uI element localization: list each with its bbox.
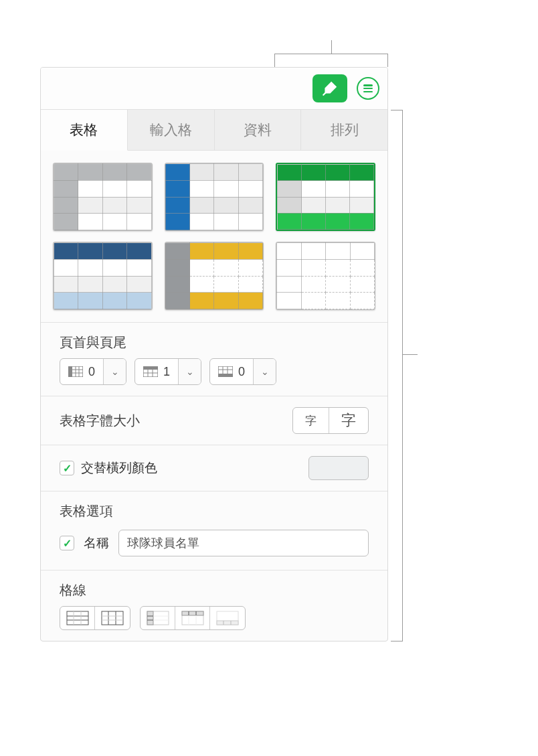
table-style-blue-column[interactable]	[165, 163, 264, 231]
header-columns-stepper[interactable]: 0 ⌄	[60, 358, 126, 385]
table-name-label: 名稱	[84, 534, 109, 552]
table-style-green[interactable]	[276, 163, 375, 231]
tab-cell[interactable]: 輸入格	[128, 110, 215, 150]
svg-rect-21	[102, 611, 123, 625]
callout-side-bracket	[391, 67, 418, 641]
headers-footers-section: 頁首與頁尾 0 ⌄	[41, 322, 387, 396]
chevron-down-icon: ⌄	[261, 366, 269, 377]
gridlines-body-segmented	[60, 606, 130, 630]
alternating-rows-checkbox[interactable]: ✓	[60, 461, 74, 475]
gridlines-horizontal-button[interactable]	[60, 607, 95, 629]
gridlines-section: 格線	[41, 570, 387, 634]
table-styles-grid	[53, 163, 375, 310]
tab-data[interactable]: 資料	[215, 110, 302, 150]
table-style-yellow[interactable]	[165, 242, 264, 310]
alternating-color-well[interactable]	[308, 456, 369, 480]
font-size-smaller-button[interactable]: 字	[293, 408, 329, 433]
tab-arrange[interactable]: 排列	[301, 110, 387, 150]
svg-rect-27	[147, 611, 153, 625]
table-style-gray[interactable]	[53, 163, 153, 231]
header-rows-icon	[143, 366, 158, 377]
font-size-segmented: 字 字	[292, 407, 369, 434]
svg-rect-33	[182, 611, 203, 615]
header-columns-icon	[68, 366, 83, 377]
organize-button[interactable]	[357, 77, 379, 100]
chevron-down-icon: ⌄	[186, 366, 194, 377]
header-columns-dropdown[interactable]: ⌄	[103, 359, 126, 384]
footer-rows-stepper[interactable]: 0 ⌄	[209, 358, 276, 385]
gridlines-header-horizontal-button[interactable]	[141, 607, 175, 629]
gridlines-header-v-icon	[181, 611, 204, 625]
svg-rect-7	[143, 366, 158, 370]
font-size-larger-button[interactable]: 字	[329, 408, 368, 433]
footer-rows-dropdown[interactable]: ⌄	[253, 359, 276, 384]
tab-table[interactable]: 表格	[41, 110, 128, 151]
paintbrush-icon	[321, 80, 339, 97]
table-name-input[interactable]	[118, 530, 369, 556]
gridlines-header-h-icon	[147, 611, 169, 625]
header-rows-stepper[interactable]: 1 ⌄	[134, 358, 201, 385]
gridlines-header-segmented	[140, 606, 246, 630]
table-name-checkbox[interactable]: ✓	[60, 536, 74, 550]
svg-rect-1	[68, 366, 72, 377]
gridlines-header-vertical-button[interactable]	[175, 607, 210, 629]
header-rows-dropdown[interactable]: ⌄	[178, 359, 201, 384]
inspector-tabs: 表格 輸入格 資料 排列	[41, 109, 387, 151]
gridlines-footer-icon	[216, 611, 239, 625]
table-options-title: 表格選項	[60, 502, 369, 520]
format-brush-button[interactable]	[312, 74, 347, 102]
gridlines-title: 格線	[60, 581, 369, 599]
table-style-plain[interactable]	[276, 242, 375, 310]
callout-top-bracket	[274, 27, 388, 67]
svg-rect-12	[218, 374, 233, 377]
alternating-rows-label: 交替橫列顏色	[81, 459, 157, 477]
gridlines-vertical-button[interactable]	[95, 607, 130, 629]
header-rows-value: 1	[163, 365, 170, 379]
footer-rows-value: 0	[238, 365, 245, 379]
format-inspector-panel: 表格 輸入格 資料 排列	[40, 67, 388, 641]
alternating-rows-section: ✓ 交替橫列顏色	[41, 445, 387, 491]
svg-rect-39	[217, 621, 238, 625]
gridlines-footer-button[interactable]	[210, 607, 245, 629]
header-columns-value: 0	[88, 365, 95, 379]
chevron-down-icon: ⌄	[111, 366, 119, 377]
font-size-section: 表格字體大小 字 字	[41, 396, 387, 445]
table-style-blue-header[interactable]	[53, 242, 153, 310]
svg-rect-16	[67, 611, 88, 625]
headers-footers-title: 頁首與頁尾	[60, 333, 369, 352]
font-size-title: 表格字體大小	[60, 412, 140, 430]
menu-lines-icon	[363, 84, 373, 92]
toolbar	[41, 68, 387, 109]
gridlines-vertical-icon	[101, 611, 124, 625]
gridlines-horizontal-icon	[66, 611, 89, 625]
footer-rows-icon	[218, 366, 233, 377]
table-options-section: 表格選項 ✓ 名稱	[41, 491, 387, 570]
